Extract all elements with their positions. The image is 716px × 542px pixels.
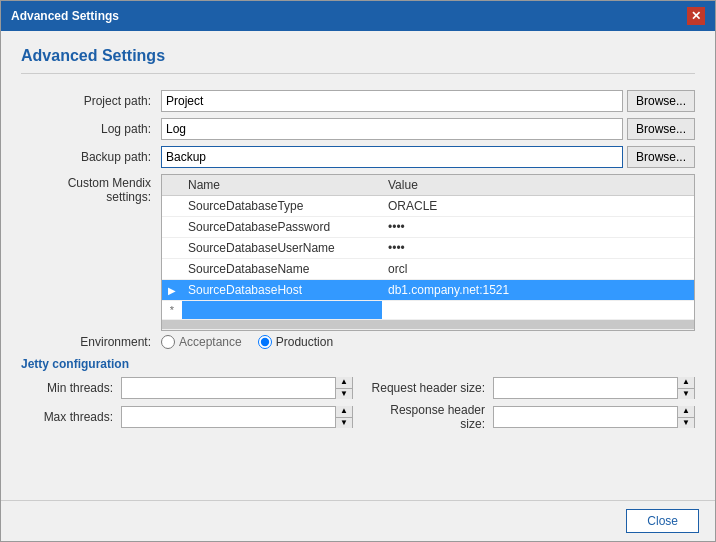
col-name-header: Name <box>182 175 382 196</box>
project-path-label: Project path: <box>21 94 161 108</box>
custom-mendix-table: Name Value SourceDatabaseType ORACLE Sou… <box>162 175 694 330</box>
response-header-label: Response header size: <box>363 403 493 431</box>
project-path-input[interactable] <box>161 90 623 112</box>
max-threads-label: Max threads: <box>21 410 121 424</box>
row-value: ORACLE <box>382 196 694 217</box>
response-header-up-arrow[interactable]: ▲ <box>678 406 694 418</box>
new-row-name <box>182 301 382 320</box>
table-row[interactable]: SourceDatabaseType ORACLE <box>162 196 694 217</box>
page-title: Advanced Settings <box>21 47 695 74</box>
close-button[interactable]: Close <box>626 509 699 533</box>
new-row-marker: * <box>162 301 182 320</box>
request-header-arrows: ▲ ▼ <box>677 377 694 399</box>
production-label: Production <box>276 335 333 349</box>
min-threads-spinner[interactable]: ▲ ▼ <box>121 377 353 399</box>
row-name: SourceDatabasePassword <box>182 217 382 238</box>
custom-mendix-label: Custom Mendix settings: <box>21 174 161 204</box>
min-threads-label: Min threads: <box>21 381 121 395</box>
project-path-row: Project path: Browse... <box>21 90 695 112</box>
min-threads-arrows: ▲ ▼ <box>335 377 352 399</box>
scrollbar-row <box>162 320 694 330</box>
request-header-up-arrow[interactable]: ▲ <box>678 377 694 389</box>
min-threads-down-arrow[interactable]: ▼ <box>336 389 352 400</box>
new-table-row[interactable]: * <box>162 301 694 320</box>
max-threads-row: Max threads: ▲ ▼ <box>21 403 353 431</box>
row-value: •••• <box>382 238 694 259</box>
max-threads-up-arrow[interactable]: ▲ <box>336 406 352 418</box>
row-name: SourceDatabaseHost <box>182 280 382 301</box>
row-value: •••• <box>382 217 694 238</box>
min-threads-input[interactable] <box>122 378 335 398</box>
request-header-down-arrow[interactable]: ▼ <box>678 389 694 400</box>
col-value-header: Value <box>382 175 694 196</box>
row-marker <box>162 259 182 280</box>
max-threads-spinner[interactable]: ▲ ▼ <box>121 406 353 428</box>
new-row-value <box>382 301 694 320</box>
custom-mendix-table-wrapper: Name Value SourceDatabaseType ORACLE Sou… <box>161 174 695 331</box>
table-row[interactable]: SourceDatabaseName orcl <box>162 259 694 280</box>
custom-mendix-row: Custom Mendix settings: Name Value <box>21 174 695 331</box>
close-icon[interactable]: ✕ <box>687 7 705 25</box>
row-name: SourceDatabaseType <box>182 196 382 217</box>
response-header-down-arrow[interactable]: ▼ <box>678 418 694 429</box>
row-value: orcl <box>382 259 694 280</box>
row-name: SourceDatabaseUserName <box>182 238 382 259</box>
row-marker <box>162 217 182 238</box>
max-threads-arrows: ▲ ▼ <box>335 406 352 428</box>
table-row[interactable]: SourceDatabasePassword •••• <box>162 217 694 238</box>
row-marker <box>162 196 182 217</box>
dialog-footer: Close <box>1 500 715 541</box>
environment-radio-group: Acceptance Production <box>161 335 333 349</box>
production-radio[interactable] <box>258 335 272 349</box>
request-header-input[interactable] <box>494 378 677 398</box>
title-bar-text: Advanced Settings <box>11 9 119 23</box>
response-header-input[interactable] <box>494 407 677 427</box>
backup-path-browse-button[interactable]: Browse... <box>627 146 695 168</box>
jetty-section: Jetty configuration Min threads: ▲ ▼ Req… <box>21 357 695 431</box>
request-header-spinner[interactable]: ▲ ▼ <box>493 377 695 399</box>
log-path-label: Log path: <box>21 122 161 136</box>
min-threads-row: Min threads: ▲ ▼ <box>21 377 353 399</box>
response-header-row: Response header size: ▲ ▼ <box>363 403 695 431</box>
row-name: SourceDatabaseName <box>182 259 382 280</box>
jetty-grid: Min threads: ▲ ▼ Request header size: <box>21 377 695 431</box>
log-path-row: Log path: Browse... <box>21 118 695 140</box>
title-bar: Advanced Settings ✕ <box>1 1 715 31</box>
table-header-row: Name Value <box>162 175 694 196</box>
acceptance-option[interactable]: Acceptance <box>161 335 242 349</box>
backup-path-label: Backup path: <box>21 150 161 164</box>
acceptance-radio[interactable] <box>161 335 175 349</box>
project-path-browse-button[interactable]: Browse... <box>627 90 695 112</box>
table-row[interactable]: SourceDatabaseUserName •••• <box>162 238 694 259</box>
advanced-settings-dialog: Advanced Settings ✕ Advanced Settings Pr… <box>0 0 716 542</box>
max-threads-input[interactable] <box>122 407 335 427</box>
backup-path-row: Backup path: Browse... <box>21 146 695 168</box>
response-header-arrows: ▲ ▼ <box>677 406 694 428</box>
max-threads-down-arrow[interactable]: ▼ <box>336 418 352 429</box>
request-header-label: Request header size: <box>363 381 493 395</box>
environment-row: Environment: Acceptance Production <box>21 335 695 349</box>
col-marker <box>162 175 182 196</box>
backup-path-input[interactable] <box>161 146 623 168</box>
production-option[interactable]: Production <box>258 335 333 349</box>
request-header-row: Request header size: ▲ ▼ <box>363 377 695 399</box>
environment-label: Environment: <box>21 335 161 349</box>
acceptance-label: Acceptance <box>179 335 242 349</box>
response-header-spinner[interactable]: ▲ ▼ <box>493 406 695 428</box>
row-marker: ▶ <box>162 280 182 301</box>
row-marker <box>162 238 182 259</box>
table-row[interactable]: ▶ SourceDatabaseHost db1.company.net:152… <box>162 280 694 301</box>
log-path-browse-button[interactable]: Browse... <box>627 118 695 140</box>
dialog-body: Advanced Settings Project path: Browse..… <box>1 31 715 500</box>
min-threads-up-arrow[interactable]: ▲ <box>336 377 352 389</box>
scrollbar <box>162 320 694 330</box>
row-value: db1.company.net:1521 <box>382 280 694 301</box>
jetty-section-title: Jetty configuration <box>21 357 695 371</box>
log-path-input[interactable] <box>161 118 623 140</box>
